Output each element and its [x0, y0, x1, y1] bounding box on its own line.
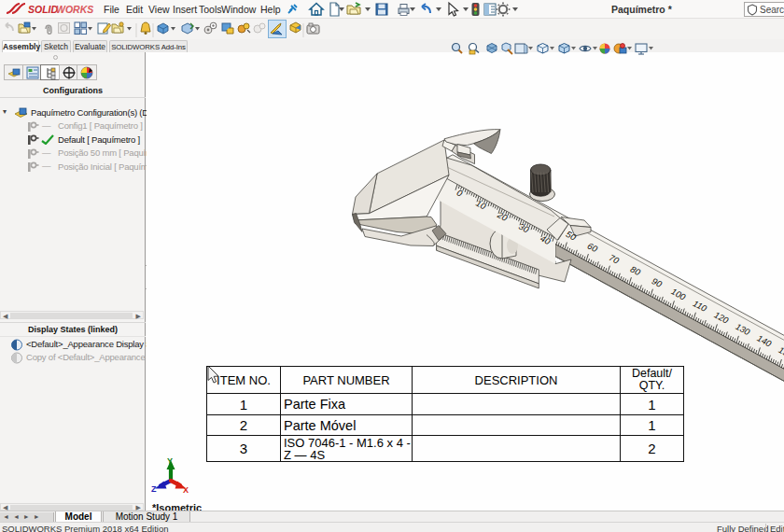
- svg-text:X: X: [183, 485, 189, 495]
- svg-text:Z: Z: [151, 484, 157, 494]
- svg-text:Y: Y: [167, 456, 173, 466]
